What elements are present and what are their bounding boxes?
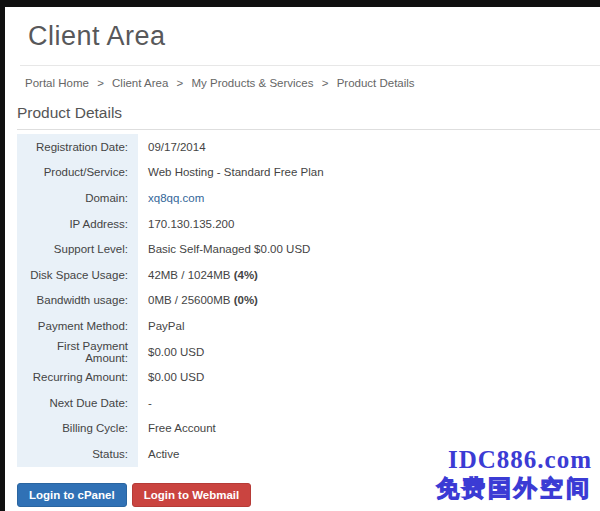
- table-row-support-level: Support Level: Basic Self-Managed $0.00 …: [17, 236, 595, 262]
- breadcrumb-separator: >: [177, 77, 184, 89]
- breadcrumb-separator: >: [97, 77, 104, 89]
- table-row-disk-space-usage: Disk Space Usage: 42MB / 1024MB (4%): [17, 262, 595, 288]
- field-value: 0MB / 25600MB (0%): [138, 288, 258, 314]
- breadcrumb-current-product-details: Product Details: [337, 77, 415, 89]
- table-row-next-due-date: Next Due Date: -: [17, 390, 595, 416]
- breadcrumb: Portal Home > Client Area > My Products …: [25, 77, 600, 89]
- field-value: PayPal: [138, 313, 184, 339]
- status-value: Active: [138, 441, 179, 467]
- client-area-page: Client Area Portal Home > Client Area > …: [5, 7, 600, 507]
- field-value: $0.00 USD: [138, 364, 204, 390]
- action-buttons: Login to cPanel Login to Webmail: [17, 483, 600, 508]
- table-row-billing-cycle: Billing Cycle: Free Account: [17, 416, 595, 442]
- table-row-ip-address: IP Address: 170.130.135.200: [17, 211, 595, 237]
- field-label: Bandwidth usage:: [17, 288, 138, 314]
- section-title-product-details: Product Details: [17, 104, 600, 130]
- field-value: 42MB / 1024MB (4%): [138, 262, 258, 288]
- field-label: Registration Date:: [17, 134, 138, 160]
- field-label: IP Address:: [17, 211, 138, 237]
- field-value: 170.130.135.200: [138, 211, 234, 237]
- table-row-product-service: Product/Service: Web Hosting - Standard …: [17, 160, 595, 186]
- field-value: Free Account: [138, 416, 216, 442]
- field-label: Status:: [17, 441, 138, 467]
- login-to-webmail-button[interactable]: Login to Webmail: [132, 483, 252, 508]
- field-value: Web Hosting - Standard Free Plan: [138, 160, 324, 186]
- table-row-status: Status: Active: [17, 441, 595, 467]
- table-row-payment-method: Payment Method: PayPal: [17, 313, 595, 339]
- field-value: -: [138, 390, 152, 416]
- page-title: Client Area: [28, 21, 600, 52]
- window-top-border: [0, 0, 600, 7]
- disk-usage-percent: (4%): [234, 269, 258, 281]
- login-to-cpanel-button[interactable]: Login to cPanel: [17, 483, 127, 508]
- field-label: Recurring Amount:: [17, 364, 138, 390]
- field-value: 09/17/2014: [138, 134, 206, 160]
- product-details-table: Registration Date: 09/17/2014 Product/Se…: [17, 134, 595, 467]
- field-label: Product/Service:: [17, 160, 138, 186]
- field-label: Payment Method:: [17, 313, 138, 339]
- field-label: Support Level:: [17, 236, 138, 262]
- domain-link[interactable]: xq8qq.com: [148, 192, 204, 204]
- bandwidth-usage-percent: (0%): [234, 294, 258, 306]
- field-label: Domain:: [17, 185, 138, 211]
- field-label: Disk Space Usage:: [17, 262, 138, 288]
- table-row-first-payment-amount: First Payment Amount: $0.00 USD: [17, 339, 595, 365]
- field-value: Basic Self-Managed $0.00 USD: [138, 236, 310, 262]
- title-divider: [20, 65, 600, 66]
- table-row-registration-date: Registration Date: 09/17/2014: [17, 134, 595, 160]
- breadcrumb-link-client-area[interactable]: Client Area: [112, 77, 168, 89]
- field-value: $0.00 USD: [138, 339, 204, 365]
- table-row-bandwidth-usage: Bandwidth usage: 0MB / 25600MB (0%): [17, 288, 595, 314]
- breadcrumb-link-portal-home[interactable]: Portal Home: [25, 77, 89, 89]
- breadcrumb-separator: >: [322, 77, 329, 89]
- table-row-domain: Domain: xq8qq.com: [17, 185, 595, 211]
- field-label: First Payment Amount:: [17, 339, 138, 365]
- field-value: xq8qq.com: [138, 185, 204, 211]
- breadcrumb-link-my-products-services[interactable]: My Products & Services: [191, 77, 313, 89]
- field-label: Billing Cycle:: [17, 416, 138, 442]
- field-label: Next Due Date:: [17, 390, 138, 416]
- table-row-recurring-amount: Recurring Amount: $0.00 USD: [17, 364, 595, 390]
